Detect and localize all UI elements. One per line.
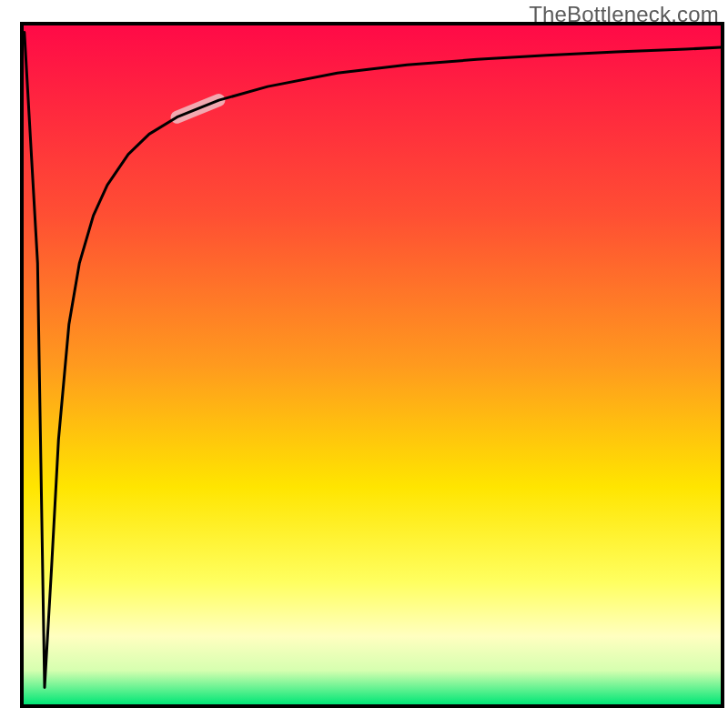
watermark-label: TheBottleneck.com (529, 2, 719, 27)
chart-svg (0, 0, 728, 728)
chart-frame: TheBottleneck.com (0, 0, 728, 728)
plot-background (24, 25, 721, 704)
